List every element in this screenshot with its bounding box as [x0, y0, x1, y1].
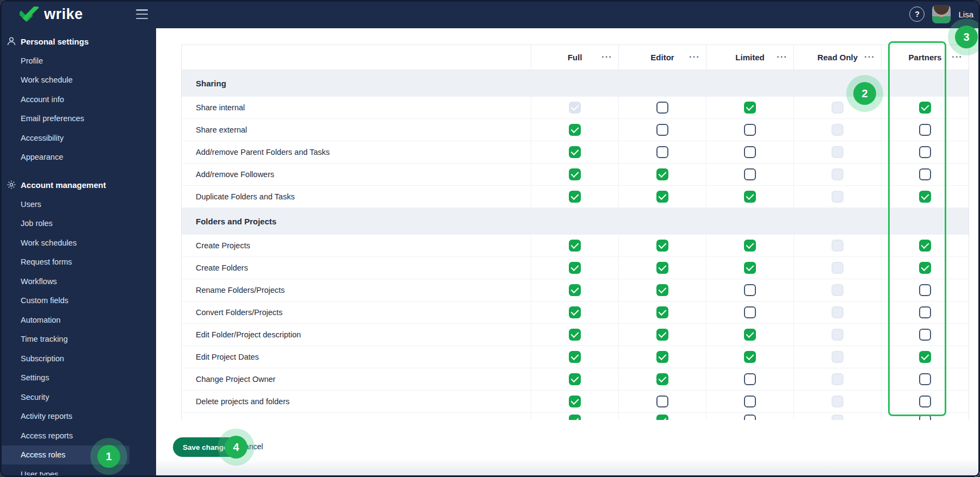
checkbox-unchecked[interactable] — [656, 146, 668, 158]
checkbox-unchecked[interactable] — [919, 168, 931, 180]
column-menu-icon[interactable]: ··· — [689, 51, 700, 62]
checkbox-checked[interactable] — [569, 124, 581, 136]
settings-sidebar: Personal settingsProfileWork scheduleAcc… — [0, 28, 156, 477]
sidebar-item-users[interactable]: Users — [0, 194, 156, 214]
checkbox-unchecked[interactable] — [656, 102, 668, 114]
checkbox-checked[interactable] — [569, 396, 581, 407]
checkbox-checked[interactable] — [744, 329, 756, 341]
row-label-column-header — [182, 45, 531, 70]
cell-editor — [618, 164, 706, 185]
checkbox-checked[interactable] — [919, 262, 931, 274]
checkbox-checked[interactable] — [744, 191, 756, 203]
checkbox-unchecked[interactable] — [744, 306, 756, 318]
sidebar-item-profile[interactable]: Profile — [0, 51, 156, 71]
sidebar-item-accessibility[interactable]: Accessibility — [0, 128, 156, 148]
sidebar-item-activity-reports[interactable]: Activity reports — [0, 407, 156, 426]
checkbox-checked[interactable] — [656, 168, 668, 180]
sidebar-item-request-forms[interactable]: Request forms — [0, 253, 156, 272]
row-label: Change Project Owner — [182, 368, 531, 390]
checkbox-unchecked[interactable] — [744, 373, 756, 385]
checkbox-unchecked[interactable] — [919, 306, 931, 318]
column-menu-icon[interactable]: ··· — [601, 51, 612, 62]
checkbox-checked[interactable] — [656, 373, 668, 385]
checkbox-checked[interactable] — [919, 102, 931, 114]
column-menu-icon[interactable]: ··· — [864, 51, 875, 62]
help-icon[interactable]: ? — [909, 7, 925, 22]
checkbox-checked[interactable] — [744, 240, 756, 252]
checkbox-disabled-unchecked — [832, 240, 843, 252]
checkbox-checked[interactable] — [744, 262, 756, 274]
checkbox-checked[interactable] — [569, 168, 581, 180]
sidebar-item-settings[interactable]: Settings — [0, 368, 156, 388]
cell-limited — [706, 302, 793, 323]
checkbox-unchecked[interactable] — [744, 124, 756, 136]
sidebar-item-security[interactable]: Security — [0, 387, 156, 407]
row-label: Convert Folders/Projects — [182, 302, 531, 323]
cell-read-only — [793, 324, 881, 346]
sidebar-item-work-schedule[interactable]: Work schedule — [0, 71, 156, 90]
checkbox-unchecked[interactable] — [919, 329, 931, 341]
access-roles-permissions-table: Full···Editor···Limited···Read Only···Pa… — [181, 45, 969, 420]
checkbox-checked[interactable] — [569, 146, 581, 158]
checkbox-checked[interactable] — [656, 306, 668, 318]
sidebar-item-access-reports[interactable]: Access reports — [0, 426, 156, 445]
checkbox-checked[interactable] — [569, 191, 581, 203]
checkbox-checked[interactable] — [569, 351, 581, 363]
checkbox-unchecked[interactable] — [744, 284, 756, 296]
cell-editor — [618, 391, 706, 412]
checkbox-checked[interactable] — [656, 262, 668, 274]
cell-editor — [618, 257, 706, 279]
sidebar-group-account-management[interactable]: Account management — [0, 175, 156, 194]
checkbox-checked[interactable] — [744, 102, 756, 114]
wrike-check-icon — [20, 7, 39, 22]
wrike-admin-page: wrike ? Lisa Personal settingsProfileWor… — [0, 0, 980, 477]
checkbox-unchecked[interactable] — [744, 396, 756, 407]
checkbox-checked[interactable] — [919, 351, 931, 363]
sidebar-item-email-preferences[interactable]: Email preferences — [0, 109, 156, 129]
checkbox-checked[interactable] — [656, 240, 668, 252]
checkbox-unchecked[interactable] — [744, 168, 756, 180]
checkbox-checked[interactable] — [656, 284, 668, 296]
cell-partners — [881, 302, 969, 323]
checkbox-checked[interactable] — [569, 240, 581, 252]
sidebar-item-workflows[interactable]: Workflows — [0, 272, 156, 291]
wrike-logo[interactable]: wrike — [20, 5, 83, 23]
hamburger-menu-icon[interactable] — [136, 9, 148, 19]
checkbox-unchecked[interactable] — [656, 124, 668, 136]
cell-editor — [618, 186, 706, 208]
checkbox-checked[interactable] — [919, 240, 931, 252]
checkbox-checked[interactable] — [744, 351, 756, 363]
cell-full — [531, 141, 618, 163]
sidebar-item-appearance[interactable]: Appearance — [0, 148, 156, 167]
sidebar-item-custom-fields[interactable]: Custom fields — [0, 291, 156, 311]
checkbox-checked[interactable] — [569, 373, 581, 385]
cell-full — [531, 97, 618, 118]
checkbox-unchecked[interactable] — [656, 396, 668, 407]
checkbox-unchecked[interactable] — [744, 146, 756, 158]
checkbox-unchecked[interactable] — [919, 396, 931, 407]
checkbox-unchecked[interactable] — [919, 284, 931, 296]
sidebar-item-time-tracking[interactable]: Time tracking — [0, 330, 156, 349]
sidebar-item-user-types[interactable]: User types — [0, 465, 156, 477]
avatar[interactable] — [932, 5, 951, 23]
checkbox-unchecked[interactable] — [919, 373, 931, 385]
sidebar-item-job-roles[interactable]: Job roles — [0, 214, 156, 234]
checkbox-checked[interactable] — [569, 329, 581, 341]
checkbox-checked[interactable] — [569, 306, 581, 318]
cell-editor — [618, 324, 706, 346]
sidebar-item-subscription[interactable]: Subscription — [0, 349, 156, 368]
checkbox-checked[interactable] — [919, 191, 931, 203]
checkbox-checked[interactable] — [569, 262, 581, 274]
checkbox-checked[interactable] — [569, 284, 581, 296]
checkbox-checked[interactable] — [656, 329, 668, 341]
column-menu-icon[interactable]: ··· — [777, 51, 787, 62]
sidebar-item-automation[interactable]: Automation — [0, 310, 156, 330]
checkbox-unchecked[interactable] — [919, 124, 931, 136]
checkbox-checked[interactable] — [656, 191, 668, 203]
checkbox-checked[interactable] — [656, 351, 668, 363]
column-menu-icon[interactable]: ··· — [952, 51, 963, 62]
checkbox-unchecked[interactable] — [919, 146, 931, 158]
sidebar-group-personal-settings[interactable]: Personal settings — [0, 32, 156, 51]
sidebar-item-work-schedules[interactable]: Work schedules — [0, 233, 156, 253]
sidebar-item-account-info[interactable]: Account info — [0, 90, 156, 109]
